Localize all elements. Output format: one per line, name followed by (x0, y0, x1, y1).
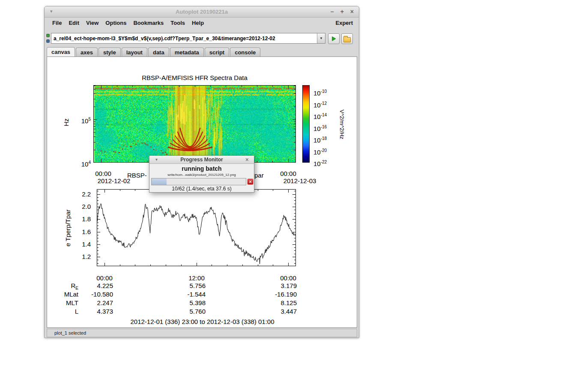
x-date-label: 2012-12-03 (278, 177, 321, 185)
status-text: plot_1 selected (54, 330, 86, 336)
window-titlebar[interactable]: ▾ Autoplot 20190221a – + × (45, 6, 359, 18)
ephemeris-row-label: MLT (47, 299, 78, 307)
y-tick-label: 1.2 (73, 253, 91, 261)
colorbar-label: V^2/m^2/Hz (337, 99, 347, 150)
x-tick-label: 00:00 (92, 274, 117, 282)
autoplot-window: ▾ Autoplot 20190221a – + × File Edit Vie… (44, 6, 359, 338)
menu-tools[interactable]: Tools (167, 19, 188, 27)
timeseries-plot[interactable] (97, 189, 296, 266)
spectrogram-ylabel: Hz (62, 107, 70, 137)
ephemeris-row-label: L (47, 308, 78, 315)
x-tick-label: 12:00 (184, 274, 209, 282)
ephemeris-row-label: RE (47, 282, 78, 290)
progress-status-text: running batch (149, 165, 254, 172)
menu-bookmarks[interactable]: Bookmarks (130, 19, 167, 27)
dialog-close-icon[interactable]: × (245, 156, 249, 163)
x-tick-label: 00:00 (275, 274, 301, 282)
menu-view[interactable]: View (83, 19, 102, 27)
ephemeris-row-label: MLat (47, 291, 78, 298)
tab-script[interactable]: script (205, 48, 229, 56)
tab-style[interactable]: style (98, 48, 121, 56)
y-tick-label: 2.0 (73, 203, 91, 211)
open-file-button[interactable] (341, 33, 353, 44)
tab-axes[interactable]: axes (76, 48, 98, 56)
menu-help[interactable]: Help (188, 19, 207, 27)
ephemeris-value: 3.179 (258, 282, 297, 290)
folder-icon (343, 37, 351, 42)
y-tick-label: 1.8 (73, 215, 91, 223)
close-button[interactable]: × (350, 8, 354, 15)
ephemeris-value: 5.398 (167, 299, 206, 307)
colorbar-tick-label: 10-10 (313, 88, 341, 95)
colorbar[interactable] (302, 85, 310, 163)
ephemeris-value: 5.760 (167, 308, 206, 315)
menu-options[interactable]: Options (102, 19, 130, 27)
expert-mode-label[interactable]: Expert (336, 20, 359, 26)
tab-layout[interactable]: layout (122, 48, 147, 56)
progress-fill (152, 178, 167, 185)
x-tick-label: 00:00 (275, 170, 301, 178)
menu-bar: File Edit View Options Bookmarks Tools H… (45, 18, 359, 27)
y-tick-label: 105 (73, 116, 91, 123)
ephemeris-value: -16.190 (258, 291, 297, 298)
cancel-x-icon: ✕ (249, 180, 252, 184)
ephemeris-value: -10.580 (75, 291, 113, 298)
window-title: Autoplot 20190221a (45, 9, 359, 15)
timeseries-ylabel: e Tperp/Tpar (63, 198, 72, 258)
progress-detail-text: write/hom...walk3/product_20121205_12.pn… (149, 173, 254, 177)
time-range-label: 2012-12-01 (336) 23:00 to 2012-12-03 (33… (47, 318, 357, 326)
ephemeris-value: 2.247 (75, 299, 113, 307)
menu-file[interactable]: File (49, 19, 65, 27)
uri-dropdown-button[interactable]: ▼ (317, 33, 325, 43)
go-button[interactable] (328, 33, 340, 44)
tab-console[interactable]: console (230, 48, 260, 56)
progress-monitor-dialog: ▾ Progress Monitor × running batch write… (149, 155, 254, 193)
tab-canvas[interactable]: canvas (47, 47, 75, 56)
y-tick-label: 104 (73, 159, 91, 166)
minimize-button[interactable]: – (331, 8, 334, 15)
y-tick-label: 1.6 (73, 228, 91, 236)
spectrogram-plot[interactable] (93, 85, 296, 163)
status-bar: plot_1 selected (47, 329, 357, 337)
maximize-button[interactable]: + (340, 8, 344, 15)
ephemeris-value: 4.373 (75, 308, 113, 315)
spectrogram-title: RBSP-A/EMFISIS HFR Spectra Data (93, 74, 296, 82)
progress-dialog-title: Progress Monitor (149, 157, 254, 163)
play-icon (331, 36, 337, 42)
ephemeris-value: -1.544 (167, 291, 206, 298)
progress-bar (151, 178, 246, 185)
obscured-plot-title-fragment: par (254, 172, 272, 179)
tab-strip: canvas axes style layout data metadata s… (47, 48, 261, 56)
menu-edit[interactable]: Edit (65, 19, 83, 27)
uri-input[interactable] (51, 33, 317, 43)
mini-icon-blue[interactable] (46, 39, 50, 43)
colorbar-tick-label: 10-22 (313, 158, 341, 166)
uri-combobox: ▼ (51, 33, 325, 44)
cancel-button[interactable]: ✕ (247, 178, 254, 185)
ephemeris-value: 5.756 (167, 282, 206, 290)
ephemeris-value: 4.225 (75, 282, 113, 290)
progress-dialog-titlebar[interactable]: ▾ Progress Monitor × (149, 156, 254, 164)
tab-data[interactable]: data (148, 48, 169, 56)
ephemeris-value: 3.447 (258, 308, 297, 315)
tab-metadata[interactable]: metadata (170, 48, 204, 56)
progress-count-text: 10/62 (1.4/sec, eta 37.6 s) (149, 186, 254, 192)
y-tick-label: 2.2 (73, 190, 91, 198)
ephemeris-value: 8.125 (258, 299, 297, 307)
x-tick-label: 00:00 (90, 170, 116, 178)
y-tick-label: 1.4 (73, 241, 91, 248)
mini-icon-green[interactable] (46, 34, 50, 37)
